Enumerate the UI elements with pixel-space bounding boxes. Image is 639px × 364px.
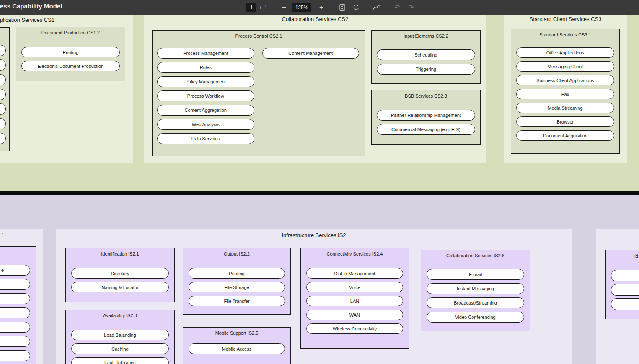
capability-pill xyxy=(0,293,30,304)
capability-pill: Web Analysis xyxy=(157,119,254,130)
capability-pill: Triggering xyxy=(377,64,475,75)
capability-pill xyxy=(0,118,6,129)
capability-pill: File Transfer xyxy=(189,296,285,306)
capability-pill: File Storage xyxy=(189,282,285,292)
capability-box-connectivity: Connectivity Services IS2.4 Dial in Mana… xyxy=(300,248,409,349)
box-title: Output IS2.2 xyxy=(183,251,290,256)
capability-pill: Messaging Client xyxy=(516,61,614,72)
section-is1-cut: 1 e xyxy=(0,229,43,364)
capability-pill xyxy=(611,298,639,310)
box-title: Collaboration Services IS2.6 xyxy=(421,253,530,258)
box-title: Mobile Support IS2.5 xyxy=(183,330,290,336)
capability-pill xyxy=(0,59,6,71)
page-number-input[interactable]: 1 xyxy=(246,3,256,12)
redo-button[interactable]: ↷ xyxy=(406,3,416,12)
box-title-fragment: Id xyxy=(634,253,638,258)
diagram-bottom-purple-area: 1 e Infrastructure Services IS2 xyxy=(0,195,639,364)
section-title: plication Services CS1 xyxy=(0,17,133,23)
capability-pill xyxy=(0,133,6,144)
undo-button[interactable]: ↶ xyxy=(393,3,402,12)
capability-pill: Mobile Access xyxy=(189,343,285,354)
capability-pill: Document Acquisition xyxy=(516,130,614,141)
capability-box-output: Output IS2.2 Printing File Storage File … xyxy=(183,248,291,315)
capability-pill: LAN xyxy=(306,296,403,306)
capability-box-cut-left: e xyxy=(0,246,36,364)
capability-pill: Rules xyxy=(157,62,254,73)
capability-box-cut-right: Id xyxy=(605,250,639,319)
fit-to-page-icon xyxy=(339,4,346,11)
undo-icon: ↶ xyxy=(394,3,400,12)
capability-pill: Caching xyxy=(71,343,169,354)
pdf-toolbar: ess Capability Model 1 / 1 − 125% + xyxy=(0,0,639,15)
capability-pill xyxy=(0,336,30,347)
toolbar-divider xyxy=(388,3,388,12)
box-title: BSB Services CS2.3 xyxy=(372,93,480,98)
section-infrastructure-services-is2: Infrastructure Services IS2 Identificati… xyxy=(56,229,572,364)
capability-pill: Browser xyxy=(516,116,614,127)
capability-pill xyxy=(0,74,6,85)
capability-box-identification: Identification IS2.1 Directory Naming & … xyxy=(65,248,175,302)
capability-pill: Commercial Messaging (e.g. EDI) xyxy=(377,124,475,135)
zoom-in-button[interactable]: + xyxy=(316,3,326,13)
draw-icon xyxy=(372,4,381,11)
capability-box-collaboration-is26: Collaboration Services IS2.6 E-mail Inst… xyxy=(421,250,530,331)
section-is-right-cut: Id xyxy=(596,229,639,364)
capability-box-mobile-support: Mobile Support IS2.5 Mobile Access xyxy=(183,327,291,364)
zoom-out-button[interactable]: − xyxy=(279,3,289,13)
draw-button[interactable] xyxy=(372,3,381,12)
box-title: Availability IS2.3 xyxy=(66,313,174,318)
zoom-level-input[interactable]: 125% xyxy=(292,3,311,12)
capability-pill: Wireless Connectivity xyxy=(306,323,403,334)
capability-box-input-elements: Input Elemetns CS2.2 Scheduling Triggeri… xyxy=(371,30,481,84)
capability-pill xyxy=(611,270,639,281)
section-title: Standard Client Services CS3 xyxy=(504,16,627,22)
document-title: ess Capability Model xyxy=(0,3,62,10)
diagram-top-green-area: plication Services CS1 Document Producti… xyxy=(0,15,639,191)
section-collaboration-services-cs2: Collaboration Services CS2 Process Contr… xyxy=(144,15,486,163)
capability-pill: Media Streaming xyxy=(516,103,614,113)
capability-pill: Scheduling xyxy=(377,49,475,60)
capability-box-availability: Availability IS2.3 Load Balanding Cachin… xyxy=(65,310,175,364)
capability-pill: Electronic Document Production xyxy=(21,61,120,71)
rotate-button[interactable] xyxy=(352,3,361,12)
capability-box-document-production: Document Production CS1.2 Printing Elect… xyxy=(16,27,125,81)
section-application-services-cs1: plication Services CS1 Document Producti… xyxy=(0,15,133,163)
pill-text-fragment: e xyxy=(1,268,4,273)
capability-pill xyxy=(0,279,30,290)
capability-pill: Process Management xyxy=(157,48,254,59)
capability-pill: Content Aggregation xyxy=(157,105,254,116)
capability-pill: Directory xyxy=(71,268,169,279)
page-separator: / xyxy=(260,5,261,10)
box-title: Identification IS2.1 xyxy=(66,251,174,256)
capability-pill: Office Applications xyxy=(516,47,614,58)
capability-pill xyxy=(0,89,6,100)
redo-icon: ↷ xyxy=(408,3,414,12)
page-total: 1 xyxy=(264,5,267,10)
capability-pill: Load Balanding xyxy=(71,330,169,340)
capability-pill: Video Conferencing xyxy=(427,312,524,323)
capability-pill: e xyxy=(0,265,30,276)
rotate-icon xyxy=(352,4,360,11)
capability-pill: Fax xyxy=(516,89,614,99)
capability-pill xyxy=(611,284,639,296)
section-title: Infrastructure Services IS2 xyxy=(56,232,572,238)
capability-pill: Dial in Management xyxy=(306,268,403,279)
capability-pill: Policy Management xyxy=(157,76,254,87)
capability-pill: Naming & Locator xyxy=(71,282,169,292)
capability-box-standard-services: Standard Services CS3.1 Office Applicati… xyxy=(511,29,620,154)
box-title: Connectivity Services IS2.4 xyxy=(301,251,409,256)
capability-pill: Process Workflow xyxy=(157,90,254,101)
capability-pill: Content Management xyxy=(262,48,360,59)
section-title: Collaboration Services CS2 xyxy=(144,16,486,22)
capability-pill: E-mail xyxy=(427,269,524,280)
capability-pill xyxy=(0,103,6,115)
diagram-divider-band xyxy=(0,191,639,195)
capability-pill: Business Client Applications xyxy=(516,75,614,85)
capability-pill xyxy=(0,350,30,361)
capability-pill: Printing xyxy=(189,268,285,279)
capability-pill: WAN xyxy=(306,310,403,320)
fit-to-page-button[interactable] xyxy=(338,3,347,12)
capability-pill: Fault Tolerance xyxy=(71,357,169,364)
box-title: Process Control CS2.1 xyxy=(153,34,365,39)
capability-pill: Help Services xyxy=(157,133,254,144)
